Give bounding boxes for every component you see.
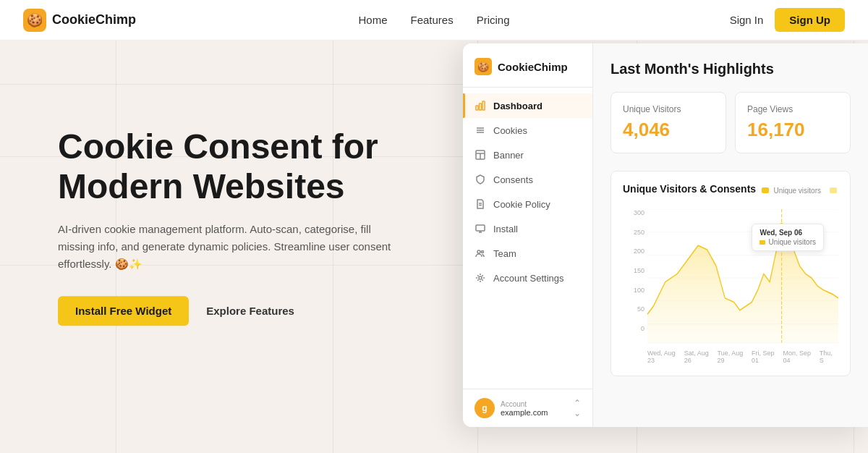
navbar: 🍪 CookieChimp Home Features Pricing Sign… — [0, 0, 868, 41]
sidebar-item-banner[interactable]: Banner — [463, 143, 592, 167]
y-label-50: 50 — [623, 305, 644, 313]
y-label-200: 200 — [623, 247, 644, 255]
signin-button[interactable]: Sign In — [730, 14, 764, 26]
y-label-300: 300 — [623, 209, 644, 216]
sidebar-item-account-settings[interactable]: Account Settings — [463, 266, 592, 290]
dashboard-logo-icon: 🍪 — [475, 58, 492, 75]
sidebar-label-banner: Banner — [493, 150, 524, 161]
svg-rect-11 — [476, 225, 485, 231]
legend-dot-unique-visitors — [762, 187, 769, 193]
y-label-0: 0 — [623, 325, 644, 332]
stat-card-unique-visitors: Unique Visitors 4,046 — [610, 92, 726, 153]
nav-actions: Sign In Sign Up — [730, 8, 845, 32]
signup-button[interactable]: Sign Up — [775, 8, 845, 32]
account-info: Account example.com — [501, 400, 568, 417]
sidebar-label-account-settings: Account Settings — [493, 273, 564, 284]
nav-logo[interactable]: 🍪 CookieChimp — [23, 9, 136, 32]
dashboard-nav: Dashboard Cookies — [463, 88, 592, 389]
svg-rect-2 — [482, 101, 485, 110]
chart-tooltip-date: Wed, Sep 06 — [760, 229, 816, 237]
svg-point-14 — [477, 250, 480, 253]
sidebar-item-dashboard[interactable]: Dashboard — [463, 93, 592, 118]
logo-icon: 🍪 — [23, 9, 46, 32]
monitor-icon — [475, 223, 486, 234]
account-label: Account — [501, 400, 568, 408]
logo-text: CookieChimp — [52, 12, 136, 27]
chart-container: 300 250 200 150 100 50 0 — [623, 209, 838, 347]
dashboard-logo-text: CookieChimp — [498, 61, 568, 73]
x-label-4: Mon, Sep 04 — [783, 350, 820, 364]
chevron-up-down-icon: ⌃⌄ — [574, 398, 581, 418]
sidebar-label-cookie-policy: Cookie Policy — [493, 199, 550, 210]
hero-title: Cookie Consent for Modern Websites — [58, 127, 405, 206]
chart-x-axis: Wed, Aug 23 Sat, Aug 26 Tue, Aug 29 Fri,… — [647, 350, 838, 364]
nav-link-pricing[interactable]: Pricing — [477, 14, 510, 26]
x-label-0: Wed, Aug 23 — [647, 350, 684, 364]
x-label-5: Thu, S — [820, 350, 838, 364]
chart-y-axis: 300 250 200 150 100 50 0 — [623, 209, 644, 332]
x-label-3: Fri, Sep 01 — [752, 350, 783, 364]
file-icon — [475, 198, 486, 210]
sidebar-item-consents[interactable]: Consents — [463, 167, 592, 192]
shield-icon — [475, 174, 486, 185]
gear-icon — [475, 272, 486, 284]
table-icon — [475, 149, 486, 161]
tooltip-dot — [760, 240, 765, 245]
stat-label-unique-visitors: Unique Visitors — [623, 104, 714, 114]
nav-links: Home Features Pricing — [358, 14, 509, 26]
chart-tooltip: Wed, Sep 06 Unique visitors — [752, 224, 824, 251]
y-label-250: 250 — [623, 229, 644, 236]
sidebar-label-install: Install — [493, 224, 518, 234]
sidebar-label-cookies: Cookies — [493, 125, 527, 136]
sidebar-item-cookie-policy[interactable]: Cookie Policy — [463, 192, 592, 216]
chart-tooltip-label: Unique visitors — [768, 238, 816, 246]
svg-point-15 — [482, 251, 484, 253]
stat-value-unique-visitors: 4,046 — [623, 119, 714, 141]
nav-link-features[interactable]: Features — [410, 14, 453, 26]
x-label-2: Tue, Aug 29 — [718, 350, 752, 364]
legend-dot-2 — [830, 187, 837, 193]
hero-buttons: Install Free Widget Explore Features — [58, 297, 405, 326]
sidebar-label-dashboard: Dashboard — [493, 101, 542, 111]
chart-tooltip-row: Unique visitors — [760, 238, 816, 246]
install-widget-button[interactable]: Install Free Widget — [58, 297, 189, 326]
hero-subtitle: AI-driven cookie management platform. Au… — [58, 221, 405, 274]
y-label-100: 100 — [623, 287, 644, 294]
users-icon — [475, 247, 486, 259]
dashboard-sidebar: 🍪 CookieChimp Dashboard — [463, 43, 593, 427]
active-indicator — [463, 93, 465, 118]
hero-content: Cookie Consent for Modern Websites AI-dr… — [58, 127, 405, 326]
chart-title: Unique Visitors & Consents — [623, 183, 756, 195]
stat-value-page-views: 16,170 — [747, 119, 838, 141]
sidebar-label-team: Team — [493, 248, 516, 259]
sidebar-item-install[interactable]: Install — [463, 216, 592, 241]
svg-rect-1 — [480, 103, 482, 110]
legend-label: Unique visitors — [773, 187, 821, 195]
dashboard-footer[interactable]: g Account example.com ⌃⌄ — [463, 389, 592, 427]
bar-chart-icon — [475, 100, 486, 111]
x-label-1: Sat, Aug 26 — [684, 350, 718, 364]
explore-features-link[interactable]: Explore Features — [206, 305, 294, 318]
sidebar-item-team[interactable]: Team — [463, 241, 592, 266]
stats-cards: Unique Visitors 4,046 Page Views 16,170 — [610, 92, 851, 153]
account-domain: example.com — [501, 408, 568, 417]
hero-section: Cookie Consent for Modern Websites AI-dr… — [0, 0, 868, 453]
chart-section: Unique Visitors & Consents Unique visito… — [610, 171, 851, 376]
list-icon — [475, 124, 486, 136]
nav-link-home[interactable]: Home — [358, 14, 387, 26]
dashboard-main: Last Month's Highlights Unique Visitors … — [593, 43, 868, 427]
stat-label-page-views: Page Views — [747, 104, 838, 114]
sidebar-item-cookies[interactable]: Cookies — [463, 118, 592, 143]
sidebar-label-consents: Consents — [493, 174, 533, 185]
avatar: g — [475, 398, 495, 418]
svg-point-16 — [479, 276, 482, 279]
svg-rect-0 — [476, 106, 478, 110]
chart-legend: Unique visitors — [762, 187, 838, 195]
dashboard-mockup: 🍪 CookieChimp Dashboard — [463, 43, 868, 427]
dashboard-logo: 🍪 CookieChimp — [463, 43, 592, 88]
stat-card-page-views: Page Views 16,170 — [735, 92, 851, 153]
y-label-150: 150 — [623, 267, 644, 274]
section-title: Last Month's Highlights — [610, 61, 851, 77]
